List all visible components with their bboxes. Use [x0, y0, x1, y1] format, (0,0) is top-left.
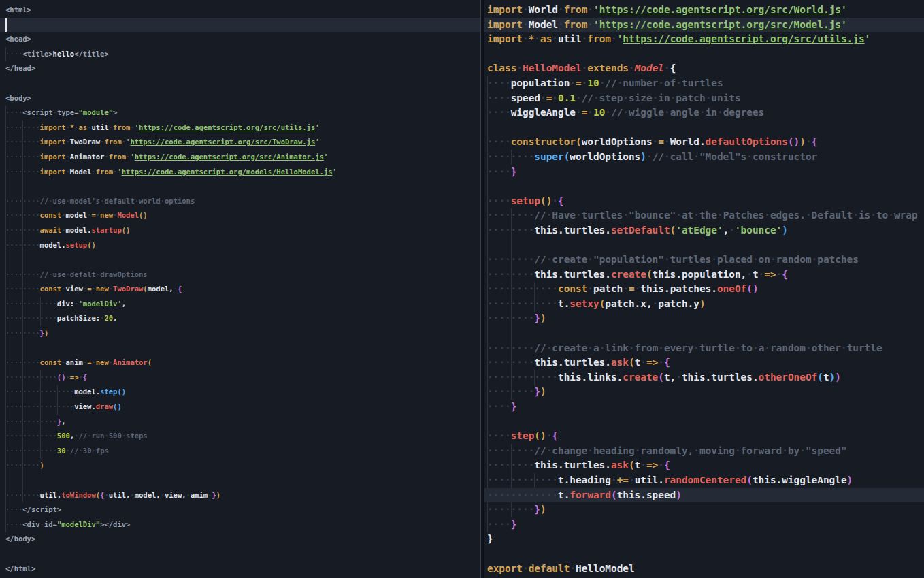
code-line[interactable]: ········})	[484, 502, 924, 517]
code-line[interactable]: ········})	[0, 326, 480, 341]
code-line[interactable]	[0, 18, 480, 33]
code-line[interactable]: ····population·=·10·//·number·of·turtles	[484, 76, 924, 91]
code-line[interactable]: ············div:·'modelDiv',	[0, 297, 480, 312]
whitespace-dots: ····	[487, 78, 511, 89]
code-line[interactable]: ········})	[484, 385, 924, 400]
code-line[interactable]: ········super(worldOptions)·//·call·"Mod…	[484, 150, 924, 165]
code-line[interactable]: <body>	[0, 91, 480, 106]
code-line[interactable]: ················view.draw()	[0, 400, 480, 415]
code-line[interactable]: ············patchSize:·20,	[0, 311, 480, 326]
code-line[interactable]: ····<title>hello</title>	[0, 47, 480, 62]
code-line[interactable]: import·*·as·util·from·'https://code.agen…	[484, 32, 924, 47]
code-token: Have	[552, 210, 576, 221]
code-line[interactable]: ····}	[484, 400, 924, 415]
code-token: other	[812, 342, 841, 353]
whitespace-dots: ·	[753, 254, 759, 265]
code-line[interactable]: }	[484, 532, 924, 547]
code-line[interactable]: ········//·Have·turtles·"bounce"·at·the·…	[484, 208, 924, 223]
code-line[interactable]: ····setup()·{	[484, 194, 924, 209]
code-line[interactable]	[484, 238, 924, 253]
code-line[interactable]: </head>	[0, 61, 480, 76]
code-line[interactable]: ········import·TwoDraw·from·'https://cod…	[0, 135, 480, 150]
left-editor-pane[interactable]: <html><head>····<title>hello</title></he…	[0, 0, 480, 578]
code-line[interactable]	[484, 547, 924, 562]
code-line[interactable]: ········import·Model·from·'https://code.…	[0, 165, 480, 180]
whitespace-dots: ·	[523, 563, 529, 574]
code-line[interactable]	[0, 547, 480, 562]
code-token: await	[40, 226, 62, 234]
code-line[interactable]: <html>	[0, 3, 480, 18]
code-line[interactable]	[484, 326, 924, 341]
code-line[interactable]: ········model.setup()	[0, 238, 480, 253]
code-line[interactable]: ········await·model.startup()	[0, 223, 480, 238]
code-line[interactable]: ········this.turtles.setDefault('atEdge'…	[484, 223, 924, 238]
code-line[interactable]: ········import·*·as·util·from·'https://c…	[0, 121, 480, 135]
code-line[interactable]: </html>	[0, 562, 480, 577]
code-token: 'bounce'	[735, 225, 782, 236]
code-token: //	[653, 151, 664, 162]
code-line[interactable]: ············()·=>·{	[0, 370, 480, 385]
code-line[interactable]: import·World·from·'https://code.agentscr…	[484, 3, 924, 18]
code-line[interactable]: ········import·Animator·from·'https://co…	[0, 150, 480, 165]
code-line[interactable]: class·HelloModel·extends·Model·{	[484, 61, 924, 76]
code-line[interactable]: ····speed·=·0.1·//·step·size·in·patch·un…	[484, 91, 924, 106]
whitespace-dots: ·	[653, 136, 659, 147]
code-line[interactable]: ····step()·{	[484, 429, 924, 444]
code-line[interactable]: ········//·change·heading·randomly,·movi…	[484, 444, 924, 459]
code-line[interactable]: ············t.heading·+=·util.randomCent…	[484, 473, 924, 488]
code-line[interactable]: ············const·patch·=·this.patches.o…	[484, 282, 924, 297]
code-token: <div	[22, 520, 39, 528]
code-line[interactable]: ········//·use·model's·default·world·opt…	[0, 194, 480, 209]
code-line[interactable]	[484, 121, 924, 135]
code-line[interactable]: ········)	[0, 458, 480, 473]
code-line[interactable]: ········this.turtles.ask(t·=>·{	[484, 355, 924, 370]
code-token: //	[582, 93, 593, 103]
code-line[interactable]: ········util.toWindow({·util,·model,·vie…	[0, 488, 480, 503]
whitespace-dots: ············	[5, 373, 57, 381]
code-line[interactable]: ········//·create·a·link·from·every·turt…	[484, 341, 924, 356]
code-line[interactable]: ····}	[484, 165, 924, 180]
code-line[interactable]: ········const·anim·=·new·Animator(	[0, 355, 480, 370]
code-line[interactable]: ············t.setxy(patch.x,·patch.y)	[484, 297, 924, 312]
code-token: <script	[22, 108, 52, 116]
code-line[interactable]: ············30·//·30·fps	[0, 444, 480, 459]
code-line[interactable]: ············500,·//·run·500·steps	[0, 429, 480, 444]
code-line[interactable]: ····<div·id="modelDiv"></div>	[0, 517, 480, 532]
code-line[interactable]: ····wiggleAngle·=·10·//·wiggle·angle·in·…	[484, 106, 924, 121]
code-token: random	[770, 342, 806, 353]
code-line[interactable]: ············t.forward(this.speed)	[484, 488, 924, 503]
code-line[interactable]	[484, 47, 924, 62]
code-line[interactable]: ············},	[0, 415, 480, 430]
code-line[interactable]	[0, 341, 480, 356]
code-line[interactable]	[484, 415, 924, 430]
code-line[interactable]: ····<script·type="module">	[0, 106, 480, 121]
code-line[interactable]	[0, 179, 480, 194]
code-line[interactable]: import·Model·from·'https://code.agentscr…	[484, 18, 924, 33]
code-line[interactable]: ········})	[484, 311, 924, 326]
code-line[interactable]	[0, 76, 480, 91]
code-line[interactable]: ········this.turtles.create(this.populat…	[484, 268, 924, 283]
code-line[interactable]: ········const·view·=·new·TwoDraw(model,·…	[0, 282, 480, 297]
whitespace-dots: ········	[5, 270, 40, 278]
code-line[interactable]: ············this.links.create(t,·this.tu…	[484, 370, 924, 385]
whitespace-dots: ········	[487, 386, 534, 397]
code-line[interactable]: ········const·model·=·new·Model()	[0, 208, 480, 223]
code-line[interactable]: </body>	[0, 532, 480, 547]
code-token: step	[511, 430, 535, 441]
code-line[interactable]: ····}	[484, 517, 924, 532]
code-line[interactable]: ········//·create·"population"·turtles·p…	[484, 253, 924, 268]
code-token: =>	[646, 460, 658, 470]
code-line[interactable]	[0, 253, 480, 268]
code-line[interactable]: export·default·HelloModel	[484, 562, 924, 577]
code-line[interactable]	[484, 179, 924, 194]
code-line[interactable]: <head>	[0, 32, 480, 47]
code-line[interactable]: ····constructor(worldOptions·=·World.def…	[484, 135, 924, 150]
code-line[interactable]: ················model.step()	[0, 385, 480, 400]
right-editor-pane[interactable]: import·World·from·'https://code.agentscr…	[484, 0, 924, 578]
code-token: Model	[117, 211, 139, 219]
code-line[interactable]: ····</script>	[0, 502, 480, 517]
code-line[interactable]: ········//·use·defalt·drawOptions	[0, 268, 480, 283]
code-token: this.turtles.	[534, 269, 611, 280]
code-line[interactable]: ········this.turtles.ask(t·=>·{	[484, 458, 924, 473]
code-line[interactable]	[0, 473, 480, 488]
